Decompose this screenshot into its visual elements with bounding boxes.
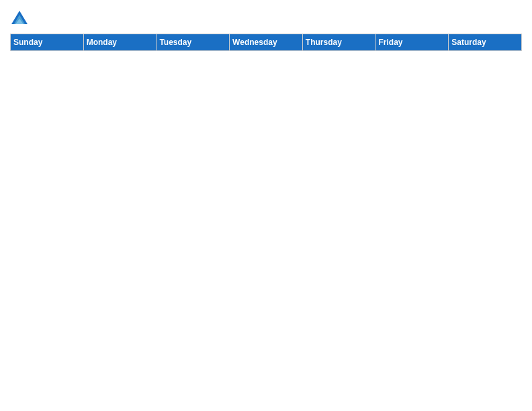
header: [10, 7, 522, 28]
weekday-header-thursday: Thursday: [302, 34, 375, 51]
weekday-header-tuesday: Tuesday: [157, 34, 230, 51]
logo-icon: [10, 9, 29, 28]
weekday-header-wednesday: Wednesday: [230, 34, 303, 51]
weekday-header-sunday: Sunday: [11, 34, 84, 51]
weekday-header-friday: Friday: [375, 34, 449, 51]
page-container: SundayMondayTuesdayWednesdayThursdayFrid…: [0, 0, 532, 58]
weekday-header-row: SundayMondayTuesdayWednesdayThursdayFrid…: [11, 34, 522, 51]
weekday-header-monday: Monday: [83, 34, 157, 51]
calendar-table: SundayMondayTuesdayWednesdayThursdayFrid…: [10, 34, 522, 51]
logo: [10, 9, 30, 28]
weekday-header-saturday: Saturday: [449, 34, 522, 51]
